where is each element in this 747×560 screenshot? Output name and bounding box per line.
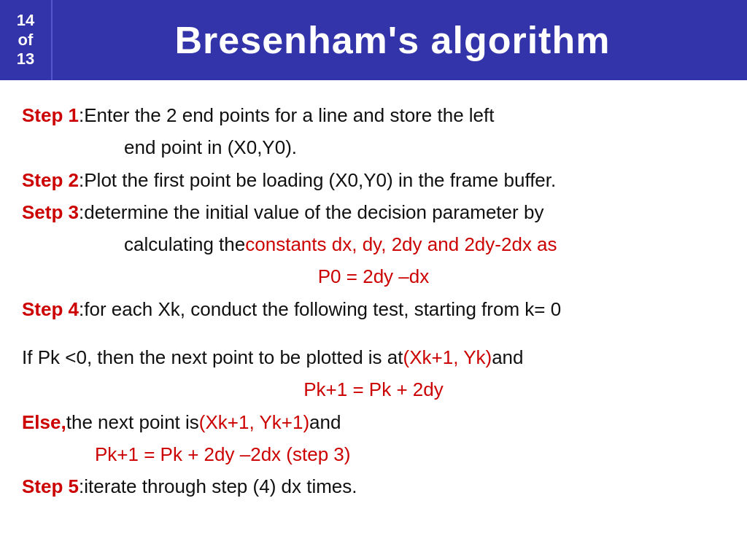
step5-colon: : [79, 472, 84, 501]
slide-of: of [18, 31, 34, 50]
step4-line: Step 4: for each Xk, conduct the followi… [22, 295, 725, 324]
step3-text2: calculating the [124, 230, 245, 259]
slide-header: 14 of 13 Bresenham's algorithm [0, 0, 747, 80]
step1-line2: end point in (X0,Y0). [22, 133, 725, 162]
else-text: the next point is [66, 408, 199, 437]
step4-label: Step 4 [22, 295, 79, 324]
step3-red: constants dx, dy, 2dy and 2dy-2dx as [245, 230, 557, 259]
step1-colon: : [79, 101, 84, 130]
if-line: If Pk <0, then the next point to be plot… [22, 343, 725, 372]
if-text1: If Pk <0, then the next point to be plot… [22, 343, 403, 372]
step4-colon: : [79, 295, 84, 324]
step5-line: Step 5: iterate through step (4) dx time… [22, 472, 725, 501]
step3-formula: P0 = 2dy –dx [22, 262, 725, 291]
slide-total: 13 [17, 50, 34, 69]
else-text2: and [309, 408, 341, 437]
step5-text: iterate through step (4) dx times. [84, 472, 357, 501]
slide-number: 14 [17, 11, 34, 30]
step2-colon: : [79, 166, 84, 195]
if-formula1: Pk+1 = Pk + 2dy [22, 375, 725, 404]
step1-text2: end point in (X0,Y0). [124, 133, 297, 162]
step1-text: Enter the 2 end points for a line and st… [84, 101, 494, 130]
step3-label: Setp 3 [22, 198, 79, 227]
step2-label: Step 2 [22, 166, 79, 195]
if-red1: (Xk+1, Yk) [403, 343, 492, 372]
step4-text: for each Xk, conduct the following test,… [84, 295, 561, 324]
step5-label: Step 5 [22, 472, 79, 501]
blank-line [22, 327, 725, 343]
else-red: (Xk+1, Yk+1) [199, 408, 309, 437]
step1-label: Step 1 [22, 101, 79, 130]
slide-counter: 14 of 13 [0, 0, 53, 80]
step1-line1: Step 1: Enter the 2 end points for a lin… [22, 101, 725, 130]
slide-content: Step 1: Enter the 2 end points for a lin… [0, 80, 747, 519]
step3-colon: : [79, 198, 84, 227]
else-label: Else, [22, 408, 66, 437]
step3-text: determine the initial value of the decis… [84, 198, 543, 227]
else-line: Else, the next point is (Xk+1, Yk+1) and [22, 408, 725, 437]
step3-line1: Setp 3: determine the initial value of t… [22, 198, 725, 227]
step3-line2: calculating the constants dx, dy, 2dy an… [22, 230, 725, 259]
step2-text: Plot the first point be loading (X0,Y0) … [84, 166, 556, 195]
step2-line: Step 2: Plot the first point be loading … [22, 166, 725, 195]
if-text2: and [492, 343, 523, 372]
slide-title: Bresenham's algorithm [53, 0, 747, 80]
else-formula: Pk+1 = Pk + 2dy –2dx (step 3) [22, 440, 725, 469]
